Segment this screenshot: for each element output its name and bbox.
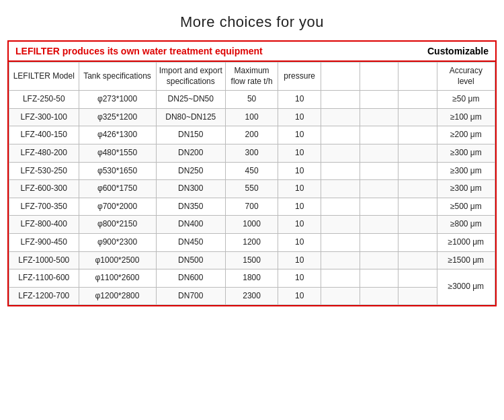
cell-empty3 bbox=[398, 91, 437, 109]
cell-empty1 bbox=[321, 269, 360, 288]
cell-flow: 550 bbox=[226, 180, 278, 198]
table-row: LFZ-530-250φ530*1650DN25045010≥300 μm bbox=[9, 162, 495, 180]
cell-import: DN80~DN125 bbox=[156, 108, 226, 126]
cell-accuracy: ≥300 μm bbox=[437, 180, 495, 198]
banner-right-text: Customizable bbox=[427, 46, 489, 56]
cell-model: LFZ-900-450 bbox=[9, 233, 79, 251]
cell-model: LFZ-600-300 bbox=[9, 180, 79, 198]
cell-pressure: 10 bbox=[278, 251, 321, 269]
cell-empty1 bbox=[321, 251, 360, 269]
cell-tank: φ1200*2800 bbox=[79, 287, 156, 305]
cell-model: LFZ-800-400 bbox=[9, 216, 79, 234]
cell-empty3 bbox=[398, 108, 437, 126]
table-row: LFZ-1000-500φ1000*2500DN500150010≥1500 μ… bbox=[9, 251, 495, 269]
cell-empty1 bbox=[321, 162, 360, 180]
cell-empty2 bbox=[360, 126, 398, 144]
cell-pressure: 10 bbox=[278, 233, 321, 251]
table-row: LFZ-600-300φ600*1750DN30055010≥300 μm bbox=[9, 180, 495, 198]
cell-flow: 300 bbox=[226, 144, 278, 162]
product-table-wrapper: LEFILTER produces its own water treatmen… bbox=[7, 40, 497, 306]
cell-import: DN150 bbox=[156, 126, 226, 144]
cell-empty2 bbox=[360, 162, 398, 180]
cell-empty2 bbox=[360, 251, 398, 269]
th-empty1 bbox=[321, 62, 360, 91]
cell-empty3 bbox=[398, 180, 437, 198]
cell-pressure: 10 bbox=[278, 162, 321, 180]
cell-empty2 bbox=[360, 91, 398, 109]
cell-empty1 bbox=[321, 108, 360, 126]
cell-accuracy: ≥1500 μm bbox=[437, 251, 495, 269]
cell-empty1 bbox=[321, 233, 360, 251]
cell-import: DN250 bbox=[156, 162, 226, 180]
cell-empty2 bbox=[360, 198, 398, 216]
cell-flow: 100 bbox=[226, 108, 278, 126]
th-pressure: pressure bbox=[278, 62, 321, 91]
cell-flow: 700 bbox=[226, 198, 278, 216]
cell-tank: φ600*1750 bbox=[79, 180, 156, 198]
cell-empty3 bbox=[398, 198, 437, 216]
th-accuracy: Accuracy level bbox=[437, 62, 495, 91]
cell-accuracy: ≥500 μm bbox=[437, 198, 495, 216]
cell-flow: 50 bbox=[226, 91, 278, 109]
th-empty2 bbox=[360, 62, 398, 91]
cell-pressure: 10 bbox=[278, 216, 321, 234]
cell-flow: 1000 bbox=[226, 216, 278, 234]
cell-tank: φ426*1300 bbox=[79, 126, 156, 144]
table-row: LFZ-300-100φ325*1200DN80~DN12510010≥100 … bbox=[9, 108, 495, 126]
table-row: LFZ-800-400φ800*2150DN400100010≥800 μm bbox=[9, 216, 495, 234]
cell-empty3 bbox=[398, 216, 437, 234]
cell-empty3 bbox=[398, 269, 437, 288]
table-row: LFZ-480-200φ480*1550DN20030010≥300 μm bbox=[9, 144, 495, 162]
cell-pressure: 10 bbox=[278, 180, 321, 198]
cell-pressure: 10 bbox=[278, 287, 321, 305]
cell-pressure: 10 bbox=[278, 144, 321, 162]
cell-empty1 bbox=[321, 287, 360, 305]
cell-tank: φ1000*2500 bbox=[79, 251, 156, 269]
cell-accuracy: ≥100 μm bbox=[437, 108, 495, 126]
cell-empty3 bbox=[398, 144, 437, 162]
cell-empty2 bbox=[360, 144, 398, 162]
cell-import: DN200 bbox=[156, 144, 226, 162]
table-row: LFZ-400-150φ426*1300DN15020010≥200 μm bbox=[9, 126, 495, 144]
cell-flow: 2300 bbox=[226, 287, 278, 305]
cell-tank: φ1100*2600 bbox=[79, 269, 156, 288]
table-row: LFZ-900-450φ900*2300DN450120010≥1000 μm bbox=[9, 233, 495, 251]
th-tank: Tank specifications bbox=[79, 62, 156, 91]
cell-accuracy: ≥800 μm bbox=[437, 216, 495, 234]
table-row: LFZ-1100-600φ1100*2600DN600180010≥3000 μ… bbox=[9, 269, 495, 288]
table-row: LFZ-1200-700φ1200*2800DN700230010 bbox=[9, 287, 495, 305]
cell-tank: φ325*1200 bbox=[79, 108, 156, 126]
th-import: Import and export specifications bbox=[156, 62, 226, 91]
cell-model: LFZ-300-100 bbox=[9, 108, 79, 126]
cell-pressure: 10 bbox=[278, 108, 321, 126]
cell-empty3 bbox=[398, 162, 437, 180]
cell-model: LFZ-700-350 bbox=[9, 198, 79, 216]
cell-model: LFZ-400-150 bbox=[9, 126, 79, 144]
cell-accuracy: ≥300 μm bbox=[437, 162, 495, 180]
cell-empty1 bbox=[321, 144, 360, 162]
cell-empty2 bbox=[360, 287, 398, 305]
cell-flow: 1500 bbox=[226, 251, 278, 269]
cell-empty2 bbox=[360, 108, 398, 126]
cell-empty1 bbox=[321, 198, 360, 216]
table-row: LFZ-250-50φ273*1000DN25~DN505010≥50 μm bbox=[9, 91, 495, 109]
cell-import: DN300 bbox=[156, 180, 226, 198]
cell-tank: φ530*1650 bbox=[79, 162, 156, 180]
cell-flow: 450 bbox=[226, 162, 278, 180]
cell-import: DN350 bbox=[156, 198, 226, 216]
cell-empty2 bbox=[360, 269, 398, 288]
th-maxflow: Maximum flow rate t/h bbox=[226, 62, 278, 91]
th-model: LEFILTER Model bbox=[9, 62, 79, 91]
banner-left-text: LEFILTER produces its own water treatmen… bbox=[15, 46, 427, 56]
cell-empty2 bbox=[360, 180, 398, 198]
page-title: More choices for you bbox=[180, 13, 324, 31]
product-table: LEFILTER Model Tank specifications Impor… bbox=[9, 62, 495, 305]
cell-empty2 bbox=[360, 216, 398, 234]
cell-tank: φ273*1000 bbox=[79, 91, 156, 109]
cell-import: DN25~DN50 bbox=[156, 91, 226, 109]
cell-accuracy: ≥3000 μm bbox=[437, 269, 495, 305]
cell-empty1 bbox=[321, 180, 360, 198]
table-header-row: LEFILTER Model Tank specifications Impor… bbox=[9, 62, 495, 91]
cell-flow: 1200 bbox=[226, 233, 278, 251]
cell-empty3 bbox=[398, 251, 437, 269]
